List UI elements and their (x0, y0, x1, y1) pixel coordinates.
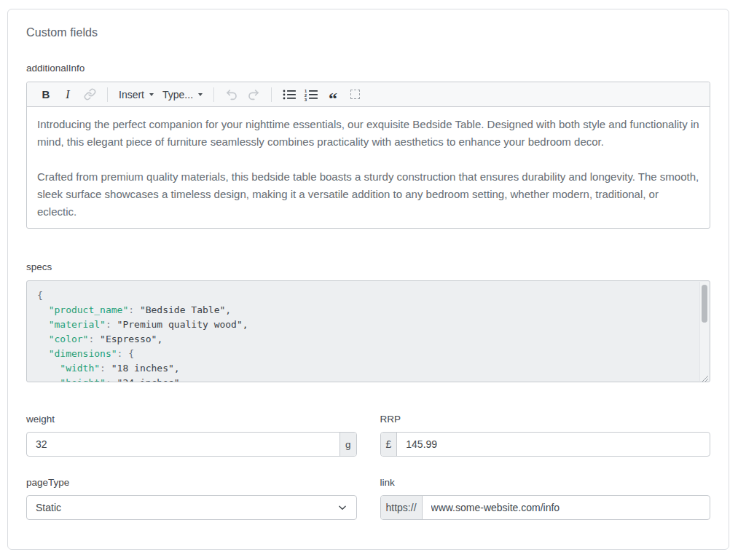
blockquote-button[interactable]: “ (323, 85, 342, 104)
rrp-input-group: £ (380, 432, 711, 457)
editor-toolbar: B I Insert Type... (27, 82, 710, 107)
link-field: link https:// (380, 477, 711, 520)
link-label: link (380, 477, 711, 488)
page-type-select[interactable]: Static (26, 495, 357, 520)
pagetype-link-row: pageType Static link https:// (26, 477, 710, 520)
page-type-selected-value: Static (36, 502, 61, 513)
insert-menu-label: Insert (119, 89, 144, 100)
chevron-down-icon (149, 93, 154, 96)
specs-code-editor[interactable]: { "product_name": "Bedside Table", "mate… (26, 280, 710, 382)
numbered-list-icon: 123 (304, 88, 318, 101)
weight-rrp-row: weight g RRP £ (26, 414, 710, 457)
code-line: "material": "Premium quality wood", (37, 318, 691, 332)
dashed-square-icon (350, 90, 360, 99)
editor-paragraph: Crafted from premium quality materials, … (37, 168, 699, 221)
scrollbar-track[interactable] (699, 282, 709, 381)
svg-text:3: 3 (305, 98, 307, 101)
type-menu-label: Type... (162, 89, 193, 100)
type-menu-button[interactable]: Type... (160, 85, 205, 104)
additional-info-field: additionalInfo B I Insert Type... (26, 63, 710, 229)
undo-button[interactable] (222, 85, 241, 104)
code-line: "product_name": "Bedside Table", (37, 303, 691, 318)
editor-paragraph: Introducing the perfect companion for yo… (37, 116, 699, 151)
rrp-label: RRP (380, 414, 711, 425)
specs-label: specs (26, 261, 710, 272)
weight-label: weight (26, 414, 357, 425)
custom-fields-card: Custom fields additionalInfo B I Insert … (7, 9, 729, 550)
editor-content[interactable]: Introducing the perfect companion for yo… (27, 107, 710, 228)
link-button[interactable] (80, 85, 99, 104)
numbered-list-button[interactable]: 123 (302, 85, 321, 104)
chevron-down-icon (337, 502, 348, 513)
rrp-input[interactable] (397, 433, 710, 456)
rrp-field: RRP £ (380, 414, 711, 457)
weight-unit-addon: g (339, 433, 356, 456)
additional-info-label: additionalInfo (26, 63, 710, 74)
bold-button[interactable]: B (36, 85, 55, 104)
redo-button[interactable] (244, 85, 263, 104)
weight-field: weight g (26, 414, 357, 457)
blockquote-icon: “ (329, 87, 337, 102)
code-line: "color": "Espresso", (37, 332, 691, 347)
toolbar-separator (107, 87, 108, 102)
undo-icon (225, 88, 238, 101)
container-block-button[interactable] (345, 85, 364, 104)
toolbar-separator (271, 87, 272, 102)
italic-button[interactable]: I (58, 85, 77, 104)
insert-menu-button[interactable]: Insert (116, 85, 157, 104)
page-type-label: pageType (26, 477, 357, 488)
redo-icon (247, 88, 260, 101)
link-input[interactable] (423, 496, 710, 519)
resize-handle-icon[interactable] (700, 372, 709, 381)
link-icon (84, 88, 96, 100)
link-input-group: https:// (380, 495, 711, 520)
chevron-down-icon (198, 93, 203, 96)
code-line: { (37, 288, 691, 303)
code-line: "width": "18 inches", (37, 361, 691, 376)
bullet-list-button[interactable] (280, 85, 299, 104)
weight-input-group: g (26, 432, 357, 457)
code-line: "dimensions": { (37, 347, 691, 361)
toolbar-separator (213, 87, 214, 102)
scrollbar-thumb[interactable] (702, 285, 707, 323)
code-line: "height": "24 inches", (37, 376, 691, 382)
currency-addon: £ (381, 433, 398, 456)
page-title: Custom fields (26, 26, 710, 39)
page-type-field: pageType Static (26, 477, 357, 520)
bullet-list-icon (282, 88, 297, 101)
rich-text-editor: B I Insert Type... (26, 82, 710, 229)
specs-field: specs { "product_name": "Bedside Table",… (26, 261, 710, 382)
weight-input[interactable] (27, 433, 339, 456)
url-scheme-addon: https:// (381, 496, 423, 519)
